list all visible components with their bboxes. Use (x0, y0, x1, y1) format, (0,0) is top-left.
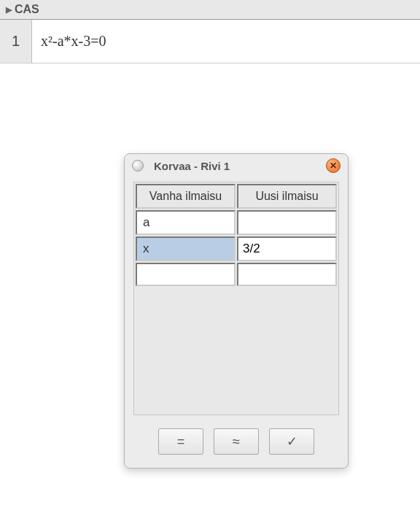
cell-new-2[interactable] (237, 263, 337, 286)
row-expression[interactable]: x²-a*x-3=0 (32, 20, 420, 63)
cell-old-2[interactable] (136, 263, 236, 286)
cell-new-0[interactable] (237, 210, 337, 235)
collapse-triangle-icon: ▶ (6, 5, 12, 15)
close-button[interactable]: ✕ (326, 158, 341, 173)
row-number: 1 (0, 20, 32, 63)
cell-old-1[interactable]: x (136, 236, 236, 261)
approx-button[interactable]: ≈ (214, 428, 259, 455)
table-row: x (136, 236, 337, 261)
dialog-title: Korvaa - Rivi 1 (151, 160, 319, 172)
window-indicator-icon (132, 160, 144, 171)
panel-title: CAS (15, 3, 39, 16)
close-icon: ✕ (330, 161, 337, 171)
cell-input-new-1[interactable] (241, 239, 332, 258)
table-row (136, 263, 337, 286)
cas-panel-header[interactable]: ▶ CAS (0, 0, 420, 20)
cell-old-0[interactable]: a (136, 210, 236, 235)
dialog-body: Vanha ilmaisu Uusi ilmaisu a x (133, 182, 339, 415)
cell-new-1[interactable] (237, 236, 337, 261)
dialog-button-bar: = ≈ ✓ (125, 415, 348, 468)
column-header-old[interactable]: Vanha ilmaisu (136, 184, 236, 209)
column-header-new[interactable]: Uusi ilmaisu (237, 184, 337, 209)
table-row: a (136, 210, 337, 235)
dialog-titlebar[interactable]: Korvaa - Rivi 1 ✕ (125, 154, 348, 177)
substitution-table: Vanha ilmaisu Uusi ilmaisu a x (134, 182, 338, 288)
substitute-dialog: Korvaa - Rivi 1 ✕ Vanha ilmaisu Uusi ilm… (124, 153, 349, 469)
check-button[interactable]: ✓ (269, 428, 314, 455)
equals-button[interactable]: = (158, 428, 203, 455)
cas-row[interactable]: 1 x²-a*x-3=0 (0, 20, 420, 63)
